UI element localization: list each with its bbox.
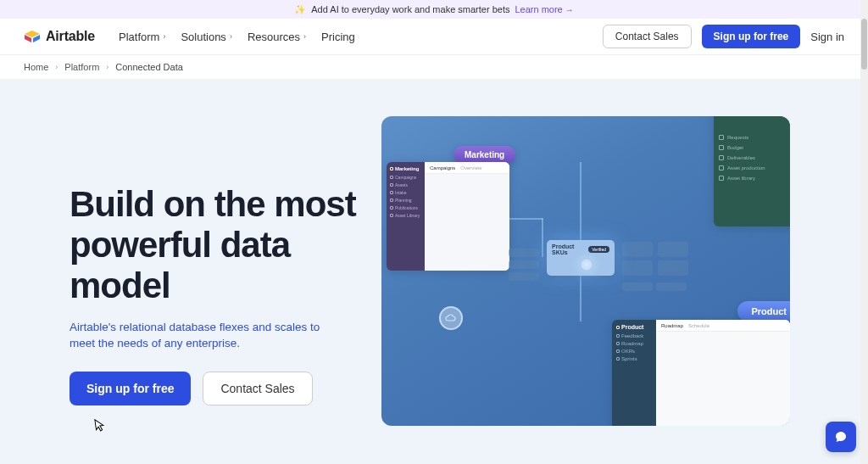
hero-text: Build on the most powerful data model Ai… [70, 79, 358, 464]
nav-item-platform[interactable]: Platform› [119, 31, 165, 43]
glow-icon [580, 258, 593, 271]
marketing-panel: Marketing Campaigns Assets Intake Planni… [387, 162, 509, 271]
hero-illustration: Marketing Marketing Campaigns Assets Int… [381, 116, 790, 426]
connector-line [580, 162, 581, 240]
logo[interactable]: Airtable [24, 29, 95, 44]
ghost-cards [622, 282, 687, 291]
logo-icon [24, 30, 41, 43]
hero-buttons: Sign up for free Contact Sales [70, 372, 358, 405]
page-title: Build on the most powerful data model [70, 184, 358, 306]
scrollbar-thumb[interactable] [861, 19, 867, 70]
vertical-scrollbar[interactable] [860, 0, 868, 464]
ghost-cards [509, 249, 539, 281]
connector-line [542, 218, 543, 257]
announcement-bar: ✨ Add AI to everyday work and make smart… [0, 0, 868, 19]
chevron-down-icon: › [230, 32, 232, 41]
marketing-sidebar: Marketing Campaigns Assets Intake Planni… [387, 162, 425, 271]
breadcrumb-current: Connected Data [115, 62, 183, 72]
chevron-right-icon: › [106, 63, 108, 71]
logo-text: Airtable [46, 29, 95, 44]
chevron-down-icon: › [303, 32, 306, 41]
signin-link[interactable]: Sign in [810, 31, 844, 43]
marketing-pill: Marketing [453, 146, 515, 164]
hero-section: Build on the most powerful data model Ai… [0, 79, 868, 464]
chevron-down-icon: › [163, 32, 165, 41]
product-sidebar: Product Feedback Roadmap OKRs Sprints [612, 320, 656, 426]
green-panel: Requests Budget Deliverables Asset produ… [714, 116, 790, 226]
center-node: Product SKUs Verified [547, 240, 615, 276]
nav-item-pricing[interactable]: Pricing [321, 31, 355, 43]
hero-contact-button[interactable]: Contact Sales [203, 372, 312, 405]
breadcrumb: Home › Platform › Connected Data [0, 55, 868, 79]
arrow-icon: → [565, 5, 574, 14]
cloud-icon [439, 306, 463, 330]
breadcrumb-platform[interactable]: Platform [64, 62, 99, 72]
product-panel: Product Feedback Roadmap OKRs Sprints Ro… [612, 320, 790, 426]
ghost-cards [658, 242, 688, 276]
contact-sales-button[interactable]: Contact Sales [603, 25, 692, 48]
sparkle-icon: ✨ [294, 4, 306, 15]
chat-fab[interactable] [826, 422, 856, 452]
hero-signup-button[interactable]: Sign up for free [70, 372, 191, 405]
nav-item-resources[interactable]: Resources› [248, 31, 306, 43]
hero-subtitle: Airtable's relational database flexes an… [70, 320, 332, 352]
nav-item-solutions[interactable]: Solutions› [181, 31, 231, 43]
chevron-right-icon: › [55, 63, 58, 71]
connector-line [580, 276, 581, 321]
nav-signup-button[interactable]: Sign up for free [702, 25, 801, 48]
chat-icon [834, 430, 848, 444]
breadcrumb-home[interactable]: Home [24, 62, 48, 72]
nav-items: Platform› Solutions› Resources› Pricing [119, 31, 355, 43]
ghost-cards [622, 242, 653, 276]
announcement-learn-more-link[interactable]: Learn more → [515, 4, 573, 14]
connector-line [509, 218, 543, 220]
announcement-text: Add AI to everyday work and make smarter… [311, 4, 509, 14]
product-pill: Product [737, 301, 790, 321]
top-nav: Airtable Platform› Solutions› Resources›… [0, 19, 868, 55]
nav-right: Contact Sales Sign up for free Sign in [603, 25, 844, 48]
